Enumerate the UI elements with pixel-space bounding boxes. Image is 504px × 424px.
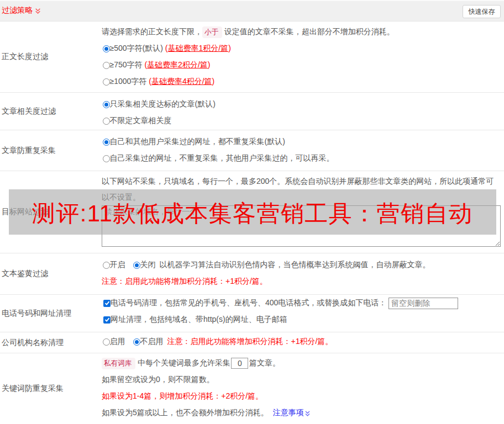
page-title: 过滤策略	[2, 6, 33, 15]
row-porn-filter: 文本鉴黄过滤 开启 关闭 以机器学习算法自动识别色情内容，当色情概率达到系统阈值…	[0, 253, 504, 295]
length-filter-description: 请选择需求的正文长度下限，小于 设定值的文章不采集，超出部分不增加积分消耗。	[102, 24, 504, 40]
radio-relevance-strict-selected[interactable]	[103, 101, 110, 108]
radio-porn-off-selected[interactable]	[133, 262, 140, 269]
keyword-max-count-input[interactable]	[231, 358, 248, 369]
radio-1000[interactable]	[103, 78, 110, 86]
row-label: 文章相关度过滤	[0, 93, 102, 130]
row-content: 启用 不启用 注意：启用此功能将增加积分消耗：+1积分/篇。	[102, 332, 504, 353]
row-label: 正文长度过滤	[0, 22, 102, 92]
relevance-option-strict[interactable]: 只采集相关度达标的文章(默认)	[102, 96, 504, 113]
row-relevance-filter: 文章相关度过滤 只采集相关度达标的文章(默认) 不限定文章相关度	[0, 93, 504, 130]
fee-note: (基础费率2积分/篇)	[143, 60, 211, 70]
check-icon	[104, 317, 110, 322]
page-header: 过滤策略 快速保存	[0, 0, 504, 22]
row-content: 自己和其他用户采集过的网址，都不重复采集(默认) 自己采集过的网址，不重复采集，…	[102, 130, 504, 171]
row-label: 电话号码和网址清理	[0, 295, 102, 332]
row-label: 关键词防重复采集	[0, 353, 102, 424]
check-icon	[104, 300, 110, 306]
row-content: 只采集相关度达标的文章(默认) 不限定文章相关度	[102, 93, 504, 130]
row-keyword-dedupe: 关键词防重复采集 私有词库 中每个关键词最多允许采集篇文章。 如果留空或设为0，…	[0, 353, 504, 424]
radio-company-on[interactable]	[103, 338, 110, 346]
keyword-note-line4: 如果设为5篇或以上，也不会额外增加积分消耗。	[102, 408, 269, 418]
porn-filter-note: 注意：启用此功能将增加积分消耗：+1积分/篇。	[102, 273, 504, 290]
row-company-name-cleanup: 公司机构名称清理 启用 不启用 注意：启用此功能将增加积分消耗：+1积分/篇。	[0, 332, 504, 353]
length-option-750[interactable]: ≥750字符 (基础费率2积分/篇)	[102, 57, 504, 73]
sites-description-line1: 以下网站不采集，只填域名，每行一个，最多200个。系统会自动识别并屏蔽那些非文章…	[102, 173, 504, 190]
watermark-title: 测评:11款低成本集客营销工具：营销自动	[9, 189, 496, 235]
keyword-note-line2: 如果留空或设为0，则不限篇数。	[102, 372, 504, 388]
fee-note: (基础费率4积分/篇)	[146, 77, 214, 87]
company-cleanup-options-line: 启用 不启用 注意：启用此功能将增加积分消耗：+1积分/篇。	[102, 333, 504, 350]
keyword-limit-line: 私有词库 中每个关键词最多允许采集篇文章。	[102, 355, 504, 372]
radio-500-selected[interactable]	[103, 45, 110, 52]
radio-dedupe-own[interactable]	[103, 155, 110, 162]
radio-porn-on[interactable]	[103, 262, 110, 269]
dedupe-option-own[interactable]: 自己采集过的网址，不重复采集，其他用户采集过的，可以再采。	[102, 150, 504, 167]
company-cleanup-note: 注意：启用此功能将增加积分消耗：+1积分/篇。	[167, 337, 333, 347]
keyword-note-line4-wrap: 如果设为5篇或以上，也不会额外增加积分消耗。注意事项	[102, 405, 504, 421]
replacement-phone-input[interactable]	[389, 298, 458, 309]
filter-strategy-page: 过滤策略 快速保存 正文长度过滤 请选择需求的正文长度下限，小于 设定值的文章不…	[0, 0, 504, 424]
header-title-group[interactable]: 过滤策略	[2, 0, 40, 21]
radio-750[interactable]	[103, 62, 110, 69]
row-label: 公司机构名称清理	[0, 332, 102, 353]
length-option-500[interactable]: ≥500字符(默认) (基础费率1积分/篇)	[102, 40, 504, 57]
fee-underlined-text: 基础费率4积分/篇	[151, 77, 212, 86]
checkbox-url-cleanup-checked[interactable]	[103, 316, 111, 324]
dedupe-option-all[interactable]: 自己和其他用户采集过的网址，都不重复采集(默认)	[102, 134, 504, 150]
checkbox-phone-cleanup-checked[interactable]	[103, 300, 111, 307]
fee-underlined-text: 基础费率2积分/篇	[147, 60, 208, 69]
fee-note: (基础费率1积分/篇)	[163, 44, 231, 54]
row-content: 电话号码清理，包括常见的手机号、座机号、400电话格式，或替换成如下电话： 网址…	[102, 295, 504, 332]
phone-cleanup-line[interactable]: 电话号码清理，包括常见的手机号、座机号、400电话格式，或替换成如下电话：	[102, 295, 504, 311]
row-dedupe-collection: 文章防重复采集 自己和其他用户采集过的网址，都不重复采集(默认) 自己采集过的网…	[0, 130, 504, 171]
double-chevron-down-icon	[35, 8, 40, 14]
keyword-note-line3: 如果设为1-4篇，则增加积分消耗：+2积分/篇。	[102, 388, 504, 405]
porn-filter-description: 以机器学习算法自动识别色情内容，当色情概率达到系统阈值，自动屏蔽文章。	[160, 260, 431, 270]
notes-link[interactable]: 注意事项	[273, 408, 310, 418]
row-content: 请选择需求的正文长度下限，小于 设定值的文章不采集，超出部分不增加积分消耗。 ≥…	[102, 22, 504, 92]
row-label: 文本鉴黄过滤	[0, 253, 102, 294]
fee-underlined-text: 基础费率1积分/篇	[167, 44, 228, 52]
row-body-length-filter: 正文长度过滤 请选择需求的正文长度下限，小于 设定值的文章不采集，超出部分不增加…	[0, 22, 504, 93]
porn-filter-options-line: 开启 关闭 以机器学习算法自动识别色情内容，当色情概率达到系统阈值，自动屏蔽文章…	[102, 257, 504, 273]
private-thesaurus-tag[interactable]: 私有词库	[102, 358, 135, 369]
radio-company-off-selected[interactable]	[133, 338, 140, 346]
url-cleanup-line[interactable]: 网址清理，包括纯域名、带http(s)的网址、电子邮箱	[102, 311, 504, 328]
quick-save-button[interactable]: 快速保存	[463, 5, 501, 18]
row-label: 文章防重复采集	[0, 130, 102, 171]
less-than-tag: 小于	[202, 26, 222, 38]
radio-relevance-any[interactable]	[103, 118, 110, 125]
row-content: 私有词库 中每个关键词最多允许采集篇文章。 如果留空或设为0，则不限篇数。 如果…	[102, 353, 504, 424]
radio-dedupe-all-selected[interactable]	[103, 139, 110, 146]
length-option-1000[interactable]: ≥1000字符 (基础费率4积分/篇)	[102, 73, 504, 90]
watermark-overlay: 测评:11款低成本集客营销工具：营销自动	[9, 189, 496, 235]
double-chevron-down-icon	[305, 411, 310, 417]
notes-link-label: 注意事项	[273, 408, 304, 418]
row-phone-url-cleanup: 电话号码和网址清理 电话号码清理，包括常见的手机号、座机号、400电话格式，或替…	[0, 295, 504, 332]
row-content: 开启 关闭 以机器学习算法自动识别色情内容，当色情概率达到系统阈值，自动屏蔽文章…	[102, 253, 504, 294]
relevance-option-any[interactable]: 不限定文章相关度	[102, 113, 504, 129]
